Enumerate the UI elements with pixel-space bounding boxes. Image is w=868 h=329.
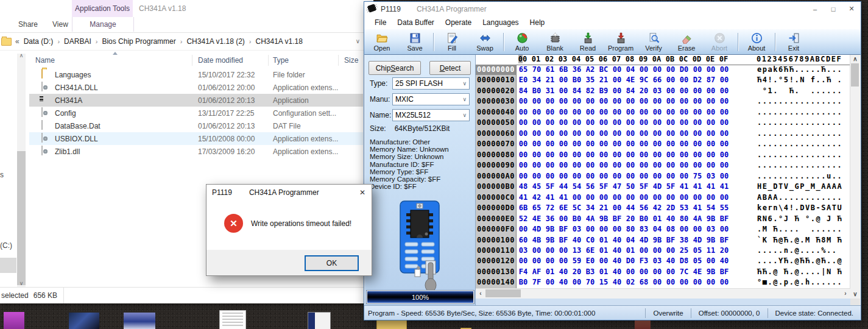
hex-byte[interactable]: 00 — [718, 193, 731, 203]
hex-byte[interactable]: 00 — [637, 246, 651, 256]
hex-byte[interactable]: 41 — [718, 182, 731, 192]
hex-byte[interactable]: 00 — [664, 75, 677, 85]
hex-byte[interactable]: 00 — [637, 193, 651, 203]
breadcrumb-item[interactable]: DARBAI — [64, 37, 91, 46]
hex-byte[interactable]: 40 — [610, 246, 624, 256]
hex-byte[interactable]: 00 — [624, 107, 637, 118]
hex-byte[interactable]: 00 — [664, 193, 677, 203]
hex-address[interactable]: 00000080 — [476, 150, 517, 160]
hex-byte[interactable]: 9B — [704, 235, 718, 246]
hex-byte[interactable]: 34 — [584, 203, 597, 213]
hex-byte[interactable]: D8 — [677, 256, 691, 266]
hex-byte[interactable]: 00 — [677, 129, 691, 139]
hex-byte[interactable]: 20 — [570, 267, 584, 277]
hex-byte[interactable]: 70 — [530, 65, 543, 75]
hex-byte[interactable]: 00 — [597, 224, 610, 235]
type-select[interactable]: 25 SPI FLASH ∨ — [392, 77, 470, 90]
file-row[interactable]: DataBase.Dat01/06/2012 20:13DAT File — [29, 119, 363, 132]
hex-byte[interactable]: 00 — [691, 86, 704, 96]
hex-byte[interactable]: 00 — [543, 107, 557, 118]
ribbon-tab-share[interactable]: Share — [18, 20, 38, 29]
hex-ascii[interactable]: epak6ЋЋ.....Ћ... — [757, 65, 846, 75]
hex-byte[interactable]: 00 — [570, 118, 584, 128]
hex-byte[interactable]: 00 — [557, 256, 570, 266]
hex-byte[interactable]: 44 — [557, 182, 570, 192]
hex-byte[interactable]: 00 — [718, 129, 731, 139]
hex-byte[interactable]: 00 — [584, 139, 597, 149]
hex-byte[interactable]: 02 — [624, 277, 637, 288]
hex-byte[interactable]: 4A — [691, 214, 704, 224]
hex-ascii[interactable]: .............u.. — [757, 171, 846, 182]
hex-byte[interactable]: B9 — [597, 86, 610, 96]
hex-address[interactable]: 00000020 — [476, 86, 517, 96]
name-select[interactable]: MX25L512 ∨ — [392, 109, 470, 121]
hex-byte[interactable]: F4 — [517, 267, 530, 277]
hex-row[interactable]: 00000140B07F0040007015400268000000000000… — [476, 277, 850, 288]
hex-row[interactable]: 000001200000000059E00040D0F30340D8050040… — [476, 256, 850, 266]
column-divider[interactable] — [192, 55, 192, 66]
hex-address[interactable]: 00000100 — [476, 235, 517, 246]
hex-byte[interactable]: 5F — [637, 182, 651, 192]
desktop-icon-photo-small[interactable] — [635, 320, 651, 329]
hex-byte[interactable]: 00 — [517, 96, 530, 107]
hex-byte[interactable]: 6B — [557, 65, 570, 75]
hex-byte[interactable]: 38 — [677, 235, 691, 246]
hex-byte[interactable]: 00 — [530, 129, 543, 139]
hex-byte[interactable]: 00 — [597, 139, 610, 149]
hex-byte[interactable]: 00 — [597, 193, 610, 203]
hex-byte[interactable]: C0 — [584, 235, 597, 246]
hex-byte[interactable]: 00 — [704, 160, 718, 171]
hex-byte[interactable]: 00 — [557, 160, 570, 171]
hex-byte[interactable]: 4D — [691, 235, 704, 246]
hscrollbar-thumb[interactable] — [485, 289, 521, 297]
hex-byte[interactable]: 4E — [624, 75, 637, 85]
hex-byte[interactable]: 00 — [677, 171, 691, 182]
hex-byte[interactable]: 00 — [624, 129, 637, 139]
hex-byte[interactable]: 00 — [624, 96, 637, 107]
hex-byte[interactable]: 01 — [651, 214, 664, 224]
hex-byte[interactable]: 00 — [597, 256, 610, 266]
hex-row[interactable]: 0000009000000000000000000000000000000000… — [476, 160, 850, 171]
hex-byte[interactable]: 00 — [718, 107, 731, 118]
hex-byte[interactable]: 00 — [637, 96, 651, 107]
menu-file[interactable]: File — [369, 17, 392, 28]
hex-byte[interactable]: 41 — [677, 182, 691, 192]
hex-byte[interactable]: 00 — [584, 171, 597, 182]
hex-byte[interactable]: 48 — [517, 182, 530, 192]
hex-address[interactable]: 00000050 — [476, 118, 517, 128]
hex-byte[interactable]: 00 — [543, 139, 557, 149]
hex-byte[interactable]: 70 — [584, 277, 597, 288]
hex-byte[interactable]: 00 — [691, 160, 704, 171]
hex-byte[interactable]: 00 — [530, 107, 543, 118]
file-row[interactable]: CH341A01/06/2012 20:13Application — [29, 94, 363, 107]
hex-byte[interactable]: 6E — [584, 246, 597, 256]
hex-byte[interactable]: D0 — [624, 256, 637, 266]
hex-byte[interactable]: 40 — [610, 256, 624, 266]
hex-byte[interactable]: 20 — [718, 246, 731, 256]
hex-byte[interactable]: 00 — [557, 171, 570, 182]
hex-ascii[interactable]: °1. Ћ. ...... — [757, 86, 846, 96]
hex-byte[interactable]: 00 — [651, 246, 664, 256]
hex-byte[interactable]: 00 — [664, 118, 677, 128]
hex-address[interactable]: 000000E0 — [476, 214, 517, 224]
manu-select[interactable]: MXIC ∨ — [392, 93, 470, 105]
hex-byte[interactable]: 00 — [597, 150, 610, 160]
hex-ascii[interactable]: ................ — [757, 139, 846, 149]
hex-byte[interactable]: 40 — [718, 256, 731, 266]
hex-byte[interactable]: 00 — [704, 65, 718, 75]
hex-ascii[interactable]: ................ — [757, 118, 846, 128]
hex-byte[interactable]: 00 — [718, 277, 731, 288]
hex-byte[interactable]: 36 — [543, 214, 557, 224]
hex-byte[interactable]: 00 — [543, 129, 557, 139]
hex-byte[interactable]: 00 — [624, 139, 637, 149]
desktop-icon-document[interactable] — [219, 310, 246, 329]
hex-byte[interactable]: BC — [597, 65, 610, 75]
hex-byte[interactable]: 00 — [517, 224, 530, 235]
hex-byte[interactable]: 00 — [517, 129, 530, 139]
hex-byte[interactable]: BF — [718, 267, 731, 277]
close-button[interactable]: ✕ — [842, 2, 861, 16]
hex-byte[interactable]: 00 — [610, 75, 624, 85]
hex-byte[interactable]: 00 — [637, 160, 651, 171]
hex-byte[interactable]: 00 — [718, 224, 731, 235]
hex-byte[interactable]: 00 — [651, 160, 664, 171]
